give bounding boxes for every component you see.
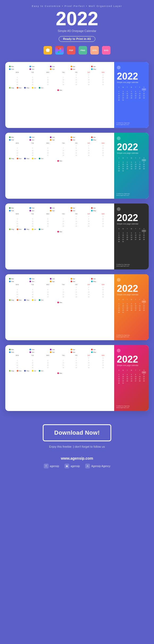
facebook-label: agensip [50,465,59,468]
cal-left-5: MarFebJunAprJanFebJunAprJanMayMONTUEWEDT… [5,345,114,411]
cal-right-5: 2022Simple one page calendarSMTWTFS12345… [114,345,149,411]
cal-year-3: 2022 [117,213,138,223]
cal-year-4: 2022 [117,284,138,293]
social-facebook[interactable]: f agensip [44,464,59,468]
enjoy-text: Enjoy this freebie :) don't forget to fo… [5,445,149,448]
cal-left-4: MarFebJunAprJanFebJunAprJanMayMONTUEWEDT… [5,274,114,340]
figma-icon [55,46,64,55]
social-agency[interactable]: A Agensip Agency [85,464,110,468]
header-subtitle: Simple A5 Onepage Calendar [0,29,154,32]
agency-icon: A [85,464,90,468]
format-icons: PDF PNG EPS SVG [0,46,154,55]
calendar-card-2: MarFebJunAprJanFebJunAprJanMayMONTUEWEDT… [5,133,149,199]
cal-left-1: MarFebJunAprJanFebJunAprJanMayMONTUEWEDT… [5,62,114,128]
cal-year-1: 2022 [117,72,138,81]
svg-icon: SVG [102,46,110,55]
cal-left-2: MarFebJunAprJanFebJunAprJanMayMONTUEWEDT… [5,133,114,199]
cal-right-2: 2022Simple one page calendarSMTWTFS12345… [114,133,149,199]
social-instagram[interactable]: ◉ agensip [65,464,80,468]
calendars-section: MarFebJunAprJanFebJunAprJanMayMONTUEWEDT… [0,62,154,411]
svg-rect-3 [58,49,59,51]
header-year: 2022 [0,9,154,28]
tagline: Easy to Customize • Pixel Perfect • Well… [0,5,154,7]
svg-rect-4 [58,51,59,53]
png-icon: PNG [79,46,87,55]
cal-left-3: MarFebJunAprJanFebJunAprJanMayMONTUEWEDT… [5,203,114,269]
cal-year-2: 2022 [117,142,138,152]
svg-rect-1 [58,48,59,49]
footer-social: f agensip ◉ agensip A Agensip Agency [5,464,149,468]
instagram-icon: ◉ [65,464,69,468]
header-badge[interactable]: Ready to Print in A5 [59,36,96,42]
cal-right-4: 2022Simple one page calendarSMTWTFS12345… [114,274,149,340]
calendar-card-3: MarFebJunAprJanFebJunAprJanMayMONTUEWEDT… [5,203,149,269]
agency-label: Agensip Agency [91,465,110,468]
cal-right-1: 2022Simple one page calendarSMTWTFS12345… [114,62,149,128]
pdf-icon: PDF [67,46,75,55]
facebook-icon: f [44,464,49,468]
cal-right-3: 2022Simple one page calendarSMTWTFS12345… [114,203,149,269]
instagram-label: agensip [71,465,80,468]
calendar-card-4: MarFebJunAprJanFebJunAprJanMayMONTUEWEDT… [5,274,149,340]
download-section: Download Now! Enjoy this freebie :) don'… [0,411,154,476]
page-header: Easy to Customize • Pixel Perfect • Well… [0,0,154,62]
sketch-icon [44,46,52,55]
calendar-card-1: MarFebJunAprJanFebJunAprJanMayMONTUEWEDT… [5,62,149,128]
calendar-card-5: MarFebJunAprJanFebJunAprJanMayMONTUEWEDT… [5,345,149,411]
svg-rect-2 [59,48,61,49]
download-button[interactable]: Download Now! [43,424,111,441]
footer-website: www.agensip.com [5,456,149,460]
eps-icon: EPS [90,46,99,55]
svg-marker-0 [46,48,50,52]
svg-point-5 [59,49,61,51]
cal-year-5: 2022 [117,355,138,364]
